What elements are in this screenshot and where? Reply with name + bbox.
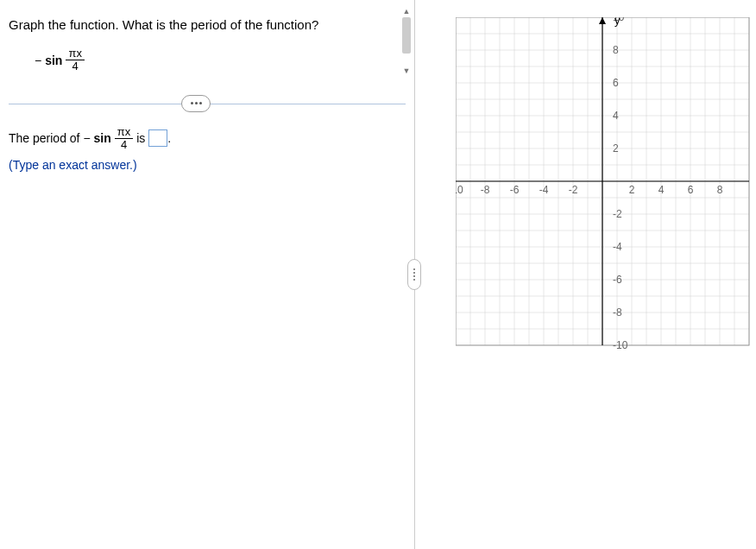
section-divider [9, 104, 406, 104]
fraction: πx 4 [66, 47, 84, 73]
answer-prefix: The period of [9, 131, 80, 145]
coordinate-graph[interactable]: -10-8-6-4-22468-10-8-6-4-2246810 y [456, 17, 756, 363]
svg-text:-6: -6 [510, 184, 520, 196]
question-prompt: Graph the function. What is the period o… [9, 17, 406, 32]
svg-text:-10: -10 [456, 184, 463, 196]
divider-handle[interactable] [407, 259, 421, 290]
svg-marker-45 [599, 17, 606, 24]
svg-text:6: 6 [688, 184, 694, 196]
scroll-up-icon[interactable]: ▲ [399, 4, 414, 17]
scroll-down-icon[interactable]: ▼ [399, 64, 414, 77]
y-axis-label: y [614, 17, 621, 27]
svg-text:4: 4 [613, 110, 619, 122]
answer-minus: − [83, 131, 90, 145]
svg-text:-10: -10 [613, 339, 628, 351]
fraction-numerator: πx [66, 47, 84, 60]
svg-text:-4: -4 [539, 184, 549, 196]
svg-text:2: 2 [613, 142, 619, 155]
answer-numerator: πx [115, 126, 133, 139]
svg-text:-8: -8 [481, 184, 490, 196]
answer-period: . [167, 131, 171, 145]
svg-text:2: 2 [629, 184, 635, 196]
answer-expression: − sin πx 4 [83, 126, 133, 152]
answer-sentence: The period of − sin πx 4 is . [9, 126, 406, 152]
fraction-denominator: 4 [70, 60, 81, 73]
answer-denominator: 4 [118, 139, 129, 151]
svg-text:4: 4 [658, 184, 665, 196]
answer-input[interactable] [148, 129, 167, 147]
svg-text:8: 8 [717, 184, 723, 196]
more-menu-button[interactable] [181, 95, 211, 112]
scroll-thumb[interactable] [402, 17, 411, 54]
minus-sign: − [35, 54, 41, 67]
answer-hint: (Type an exact answer.) [9, 158, 406, 172]
answer-is: is [136, 131, 145, 145]
function-expression: − sin πx 4 [35, 47, 85, 73]
sin-label: sin [45, 54, 62, 67]
svg-text:-4: -4 [613, 241, 622, 253]
scrollbar[interactable]: ▲ ▼ [399, 4, 414, 78]
svg-text:-2: -2 [569, 184, 578, 196]
answer-fraction: πx 4 [115, 126, 133, 152]
question-panel: Graph the function. What is the period o… [0, 0, 414, 549]
svg-text:-2: -2 [613, 208, 622, 220]
svg-text:6: 6 [613, 77, 619, 89]
svg-text:8: 8 [613, 44, 619, 56]
svg-text:-6: -6 [613, 274, 622, 286]
answer-sin: sin [94, 131, 111, 145]
svg-text:-8: -8 [613, 306, 622, 319]
